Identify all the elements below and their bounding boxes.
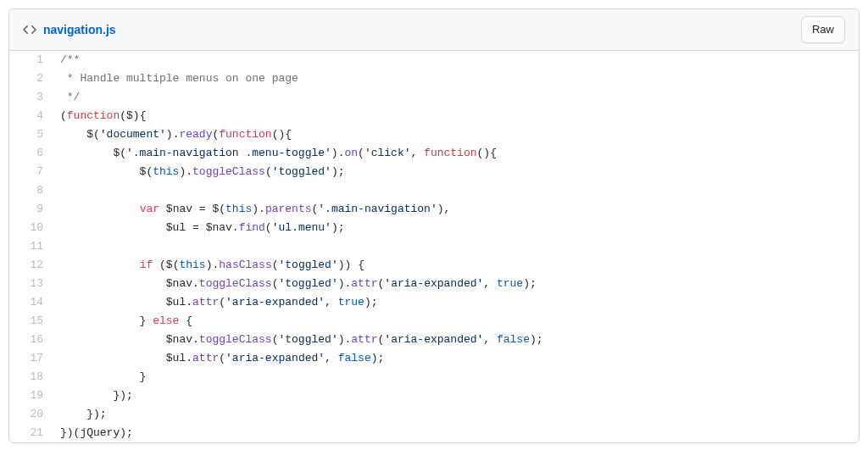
line-content[interactable]: $ul.attr('aria-expanded', true); — [52, 293, 859, 312]
code-line: 15 } else { — [9, 312, 859, 331]
code-line: 17 $ul.attr('aria-expanded', false); — [9, 349, 859, 368]
line-number[interactable]: 17 — [9, 349, 52, 368]
code-table: 1/**2 * Handle multiple menus on one pag… — [9, 51, 859, 442]
line-content[interactable]: */ — [52, 88, 859, 107]
line-content[interactable]: var $nav = $(this).parents('.main-naviga… — [52, 200, 859, 219]
line-number[interactable]: 18 — [9, 368, 52, 386]
line-content[interactable]: (function($){ — [52, 107, 859, 125]
code-line: 11 — [9, 237, 859, 256]
line-number[interactable]: 14 — [9, 293, 52, 312]
code-line: 6 $('.main-navigation .menu-toggle').on(… — [9, 144, 859, 163]
line-number[interactable]: 10 — [9, 219, 52, 237]
line-number[interactable]: 4 — [9, 107, 52, 125]
line-number[interactable]: 19 — [9, 386, 52, 405]
line-content[interactable]: }); — [52, 405, 859, 424]
file-info: navigation.js — [23, 23, 116, 36]
line-number[interactable]: 8 — [9, 181, 52, 200]
line-content[interactable]: * Handle multiple menus on one page — [52, 70, 859, 88]
code-line: 12 if ($(this).hasClass('toggled')) { — [9, 256, 859, 275]
line-number[interactable]: 9 — [9, 200, 52, 219]
file-container: navigation.js Raw 1/**2 * Handle multipl… — [8, 8, 860, 443]
line-content[interactable]: $(this).toggleClass('toggled'); — [52, 163, 859, 181]
line-content[interactable] — [52, 237, 859, 256]
line-number[interactable]: 5 — [9, 125, 52, 144]
code-line: 16 $nav.toggleClass('toggled').attr('ari… — [9, 331, 859, 349]
code-line: 13 $nav.toggleClass('toggled').attr('ari… — [9, 275, 859, 293]
line-content[interactable]: })(jQuery); — [52, 424, 859, 442]
file-name-link[interactable]: navigation.js — [43, 23, 116, 36]
line-number[interactable]: 2 — [9, 70, 52, 88]
line-content[interactable]: } else { — [52, 312, 859, 331]
code-block: 1/**2 * Handle multiple menus on one pag… — [9, 51, 859, 442]
line-number[interactable]: 20 — [9, 405, 52, 424]
code-line: 5 $('document').ready(function(){ — [9, 125, 859, 144]
code-line: 4(function($){ — [9, 107, 859, 125]
code-line: 19 }); — [9, 386, 859, 405]
line-content[interactable]: $nav.toggleClass('toggled').attr('aria-e… — [52, 275, 859, 293]
code-file-icon — [23, 23, 36, 36]
line-content[interactable] — [52, 181, 859, 200]
line-number[interactable]: 6 — [9, 144, 52, 163]
line-content[interactable]: $nav.toggleClass('toggled').attr('aria-e… — [52, 331, 859, 349]
line-number[interactable]: 11 — [9, 237, 52, 256]
line-number[interactable]: 15 — [9, 312, 52, 331]
line-number[interactable]: 1 — [9, 51, 52, 70]
line-content[interactable]: $ul = $nav.find('ul.menu'); — [52, 219, 859, 237]
code-line: 21})(jQuery); — [9, 424, 859, 442]
line-content[interactable]: /** — [52, 51, 859, 70]
line-content[interactable]: if ($(this).hasClass('toggled')) { — [52, 256, 859, 275]
code-line: 18 } — [9, 368, 859, 386]
code-line: 1/** — [9, 51, 859, 70]
line-content[interactable]: $('.main-navigation .menu-toggle').on('c… — [52, 144, 859, 163]
code-line: 8 — [9, 181, 859, 200]
line-number[interactable]: 13 — [9, 275, 52, 293]
line-number[interactable]: 21 — [9, 424, 52, 442]
code-line: 10 $ul = $nav.find('ul.menu'); — [9, 219, 859, 237]
code-line: 7 $(this).toggleClass('toggled'); — [9, 163, 859, 181]
code-line: 2 * Handle multiple menus on one page — [9, 70, 859, 88]
line-content[interactable]: $ul.attr('aria-expanded', false); — [52, 349, 859, 368]
code-line: 9 var $nav = $(this).parents('.main-navi… — [9, 200, 859, 219]
line-number[interactable]: 7 — [9, 163, 52, 181]
line-content[interactable]: } — [52, 368, 859, 386]
raw-button[interactable]: Raw — [801, 16, 845, 43]
line-number[interactable]: 16 — [9, 331, 52, 349]
line-number[interactable]: 12 — [9, 256, 52, 275]
file-header: navigation.js Raw — [9, 9, 859, 51]
line-content[interactable]: }); — [52, 386, 859, 405]
code-line: 14 $ul.attr('aria-expanded', true); — [9, 293, 859, 312]
line-number[interactable]: 3 — [9, 88, 52, 107]
line-content[interactable]: $('document').ready(function(){ — [52, 125, 859, 144]
code-line: 20 }); — [9, 405, 859, 424]
code-line: 3 */ — [9, 88, 859, 107]
